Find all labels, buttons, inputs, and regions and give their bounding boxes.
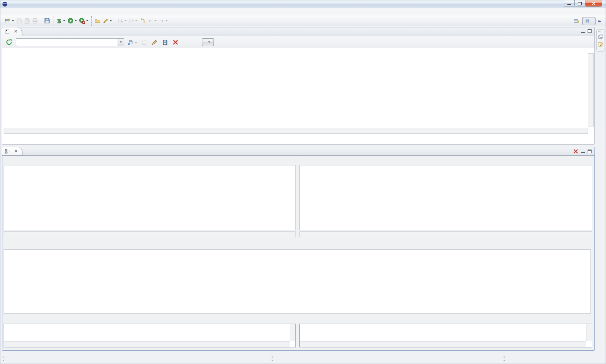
maximize-part-icon[interactable]: [588, 29, 592, 33]
menu-bar: [0, 8, 606, 15]
value2-vertical-scrollbar[interactable]: [586, 324, 592, 341]
run-sql-button[interactable]: [78, 17, 89, 25]
toolbar-group-navigate: [115, 16, 171, 26]
sql-editor-shortcut-icon[interactable]: [598, 41, 603, 47]
new-file-button[interactable]: [141, 38, 148, 46]
dropdown-arrow-icon: [166, 20, 168, 21]
new-wizard-button[interactable]: [4, 17, 15, 25]
debug-icon: [56, 18, 62, 24]
next-annotation-button[interactable]: [117, 17, 127, 25]
eclipse-window: ✕: [0, 0, 606, 364]
floppy-disk-icon: [162, 39, 168, 45]
results-horizontal-scrollbar[interactable]: [4, 128, 588, 134]
remove-compare-icon[interactable]: [573, 149, 578, 154]
restore-button[interactable]: [575, 0, 585, 7]
value1-vertical-scrollbar[interactable]: [290, 324, 295, 341]
status-trim-handle[interactable]: [3, 355, 4, 361]
open-folder-icon: [95, 18, 101, 24]
edit-button[interactable]: [151, 38, 158, 46]
perspective-button-database-development[interactable]: [582, 17, 596, 25]
add-database-button[interactable]: [127, 38, 138, 46]
query-combo[interactable]: [16, 38, 124, 46]
previous-annotation-button[interactable]: [128, 17, 138, 25]
forward-icon: [159, 18, 164, 24]
value1-textarea[interactable]: [4, 324, 296, 347]
tab-compare-view[interactable]: ✕: [2, 147, 22, 155]
new-wizard-icon: [5, 18, 11, 24]
selection-details-table: [4, 249, 591, 314]
selection2-table: [299, 165, 592, 230]
close-icon: [592, 2, 596, 5]
sql-scrapbook-button[interactable]: [102, 17, 113, 25]
dropdown-arrow-icon: [12, 20, 14, 21]
minimize-part-icon[interactable]: [581, 152, 585, 153]
save-icon: [16, 18, 22, 24]
minimize-icon: [567, 4, 571, 5]
previous-annotation-icon: [129, 18, 134, 24]
save-all-button[interactable]: [23, 17, 31, 25]
status-trim-separator: [504, 355, 505, 361]
fast-view-bar: [596, 29, 605, 52]
chevron-down-icon: [120, 41, 122, 43]
forward-button[interactable]: [158, 17, 168, 25]
maximize-part-icon[interactable]: [588, 150, 592, 153]
close-button[interactable]: [585, 0, 602, 7]
refresh-icon: [6, 39, 12, 45]
delete-button[interactable]: [172, 38, 179, 46]
run-icon: [67, 18, 74, 24]
toolbar-group-run: [53, 16, 91, 26]
toolbar-group-save: [41, 16, 53, 26]
sql-file-icon: [5, 29, 10, 34]
selection1-horizontal-scrollbar[interactable]: [4, 231, 296, 237]
sql-results-editor: ✕: [2, 27, 595, 145]
title-bar[interactable]: [0, 0, 606, 8]
restore-views-icon[interactable]: [598, 34, 603, 39]
dropdown-arrow-icon: [154, 20, 157, 21]
minimize-button[interactable]: [564, 0, 575, 7]
tab-close-icon[interactable]: ✕: [14, 29, 17, 34]
restore-icon: [578, 2, 582, 5]
back-button[interactable]: [147, 17, 157, 25]
combo-dropdown-button[interactable]: [118, 39, 124, 46]
value2-horizontal-scrollbar[interactable]: [300, 341, 586, 347]
last-edit-location-button[interactable]: [139, 17, 146, 25]
value1-horizontal-scrollbar[interactable]: [4, 341, 290, 347]
open-folder-button[interactable]: [94, 17, 101, 25]
save-result-button[interactable]: [161, 38, 169, 46]
add-database-icon: [128, 39, 134, 45]
results-vertical-scrollbar[interactable]: [588, 53, 594, 126]
value2-textarea[interactable]: [299, 324, 592, 347]
run-button[interactable]: [67, 17, 78, 25]
tab-close-icon[interactable]: ✕: [14, 149, 18, 154]
editor-tab-bar: ✕: [2, 27, 594, 36]
print-icon: [32, 18, 38, 24]
print-button[interactable]: [31, 17, 39, 25]
debug-button[interactable]: [56, 17, 66, 25]
tab-wlx-cpu-intensive-sqls[interactable]: ✕: [2, 27, 22, 36]
status-trim-separator: [272, 355, 273, 361]
pencil-icon: [152, 39, 158, 45]
chevron-down-icon: [208, 41, 210, 43]
drag-handle-icon[interactable]: [598, 31, 603, 32]
last-edit-location-icon: [140, 18, 145, 24]
minimized-perspective-icon[interactable]: [597, 19, 602, 23]
refresh-button[interactable]: [5, 38, 13, 46]
toolbar-group-open: [91, 16, 115, 26]
dropdown-arrow-icon: [135, 42, 137, 43]
save-button[interactable]: [16, 17, 23, 25]
dropdown-arrow-icon: [124, 20, 127, 21]
delete-x-icon: [172, 39, 179, 45]
next-annotation-icon: [118, 18, 123, 24]
open-perspective-button[interactable]: [573, 17, 580, 25]
database-perspective-icon: [585, 18, 590, 24]
save-as-button[interactable]: [43, 17, 51, 25]
dropdown-arrow-icon: [75, 20, 77, 21]
dropdown-arrow-icon: [110, 20, 112, 21]
editor-part-buttons: [581, 29, 592, 33]
toolbar-separator: [183, 39, 183, 45]
dropdown-arrow-icon: [86, 20, 88, 21]
selection2-horizontal-scrollbar[interactable]: [299, 231, 592, 237]
minimize-part-icon[interactable]: [581, 32, 585, 33]
connection-button[interactable]: [202, 38, 214, 46]
open-perspective-icon: [574, 18, 580, 24]
